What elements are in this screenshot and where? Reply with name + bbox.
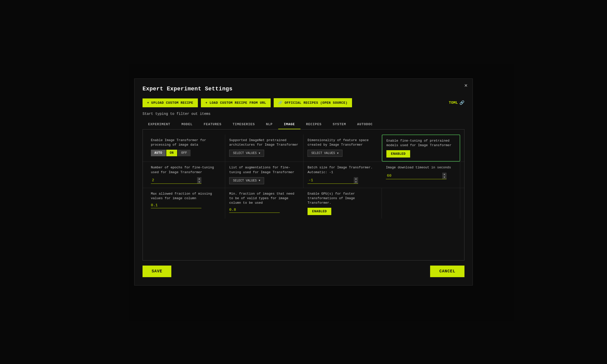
timeout-input-wrap: ▲ ▼ [386, 173, 447, 179]
tab-model[interactable]: MODEL [176, 120, 198, 129]
timeout-decrement[interactable]: ▼ [442, 176, 447, 179]
modal-overlay: × Expert Experiment Settings + UPLOAD CU… [0, 0, 607, 364]
setting-imagenet-architectures: Supported ImageNet pretrained architectu… [225, 135, 304, 162]
setting-label-min-fraction: Min. fraction of images that need to be … [229, 192, 299, 205]
cancel-button[interactable]: CANCEL [430, 266, 464, 277]
select-values-imagenet[interactable]: SELECT VALUES ▼ [229, 150, 264, 157]
setting-label-batch-size: Batch size for Image Transformer. Automa… [308, 165, 378, 174]
tab-nlp[interactable]: NLP [260, 120, 278, 129]
tab-recipes[interactable]: RECIPES [300, 120, 327, 129]
setting-feature-space-dim: Dimensionality of feature space created … [304, 135, 382, 162]
epochs-increment[interactable]: ▲ [197, 177, 201, 180]
setting-num-epochs: Number of epochs for fine-tuning used fo… [147, 162, 225, 188]
tabs-bar: EXPERIMENT MODEL FEATURES TIMESERIES NLP… [143, 120, 464, 129]
footer: SAVE CANCEL [143, 266, 464, 277]
filter-hint: Start typing to filter out items [143, 112, 464, 116]
enabled-gpu-button[interactable]: ENABLED [308, 208, 331, 215]
setting-augmentations: List of augmentations for fine-tuning us… [225, 162, 304, 188]
timeout-increment[interactable]: ▲ [442, 173, 447, 176]
save-button[interactable]: SAVE [143, 266, 171, 277]
setting-image-download-timeout: Image download timeout in seconds ▲ ▼ [382, 162, 460, 188]
epochs-decrement[interactable]: ▼ [197, 180, 201, 184]
modal-title: Expert Experiment Settings [143, 86, 464, 92]
chevron-down-icon: ▼ [337, 152, 339, 155]
setting-empty [382, 188, 460, 219]
setting-finetuning-pretrained: Enable fine-tuning of pretrained models … [382, 135, 460, 162]
toggle-auto[interactable]: AUTO [151, 150, 166, 156]
official-recipes-button[interactable]: 🔗 OFFICIAL RECIPES (OPEN SOURCE) [274, 98, 352, 107]
chevron-down-icon: ▼ [259, 152, 260, 155]
epochs-stepper: ▲ ▼ [197, 177, 201, 184]
tab-autodoc[interactable]: AUTODOC [352, 120, 378, 129]
setting-label-timeout: Image download timeout in seconds [386, 165, 456, 170]
toolbar: + UPLOAD CUSTOM RECIPE + LOAD CUSTOM REC… [143, 98, 464, 107]
settings-grid: Enable Image Transformer for processing … [143, 129, 464, 261]
select-label: SELECT VALUES [233, 179, 257, 183]
setting-enable-image-transformer: Enable Image Transformer for processing … [147, 135, 225, 162]
batch-size-input[interactable] [308, 178, 354, 183]
num-epochs-input[interactable] [151, 178, 197, 183]
setting-label-epochs: Number of epochs for fine-tuning used fo… [151, 165, 221, 174]
batch-increment[interactable]: ▲ [354, 177, 358, 180]
setting-label-missing-values: Max allowed fraction of missing values f… [151, 192, 221, 201]
close-button[interactable]: × [464, 83, 468, 88]
batch-decrement[interactable]: ▼ [354, 180, 358, 184]
select-values-augmentations[interactable]: SELECT VALUES ▼ [229, 177, 264, 184]
modal-dialog: × Expert Experiment Settings + UPLOAD CU… [134, 79, 473, 285]
toml-label[interactable]: TOML 🔗 [449, 100, 464, 105]
batch-size-input-wrap: ▲ ▼ [308, 177, 358, 184]
toggle-group-image-transformer: AUTO ON OFF [151, 150, 221, 156]
setting-enable-gpu: Enable GPU(s) for faster transformations… [304, 188, 382, 219]
setting-label-imagenet: Supported ImageNet pretrained architectu… [229, 138, 299, 147]
toml-link-icon: 🔗 [459, 100, 464, 105]
setting-label-enable-image-transformer: Enable Image Transformer for processing … [151, 138, 221, 147]
batch-size-stepper: ▲ ▼ [354, 177, 358, 184]
tab-features[interactable]: FEATURES [198, 120, 227, 129]
setting-label-feature-dim: Dimensionality of feature space created … [308, 138, 378, 147]
select-label: SELECT VALUES [233, 151, 257, 155]
timeout-input[interactable] [386, 173, 442, 178]
load-url-button[interactable]: + LOAD CUSTOM RECIPE FROM URL [201, 98, 271, 107]
timeout-stepper: ▲ ▼ [442, 173, 447, 179]
setting-label-gpu: Enable GPU(s) for faster transformations… [308, 192, 378, 205]
select-values-feature-dim[interactable]: SELECT VALUES ▼ [308, 150, 342, 157]
num-epochs-input-wrap: ▲ ▼ [151, 177, 201, 184]
tab-system[interactable]: SYSTEM [327, 120, 352, 129]
setting-label-augmentations: List of augmentations for fine-tuning us… [229, 165, 299, 174]
toggle-on[interactable]: ON [166, 150, 177, 156]
tab-image[interactable]: IMAGE [278, 120, 300, 129]
tab-timeseries[interactable]: TIMESERIES [227, 120, 260, 129]
select-label: SELECT VALUES [311, 151, 335, 155]
upload-recipe-button[interactable]: + UPLOAD CUSTOM RECIPE [143, 98, 198, 107]
setting-missing-values: Max allowed fraction of missing values f… [147, 188, 225, 219]
setting-min-fraction: Min. fraction of images that need to be … [225, 188, 304, 219]
chevron-down-icon: ▼ [259, 179, 260, 182]
missing-values-value: 0.1 [151, 203, 201, 208]
toml-text: TOML [449, 101, 458, 105]
toggle-off[interactable]: OFF [178, 150, 191, 156]
min-fraction-value: 0.8 [229, 208, 280, 213]
setting-label-finetuning: Enable fine-tuning of pretrained models … [386, 139, 456, 148]
tab-experiment[interactable]: EXPERIMENT [143, 120, 176, 129]
enabled-finetuning-button[interactable]: ENABLED [386, 150, 410, 158]
setting-batch-size: Batch size for Image Transformer. Automa… [304, 162, 382, 188]
